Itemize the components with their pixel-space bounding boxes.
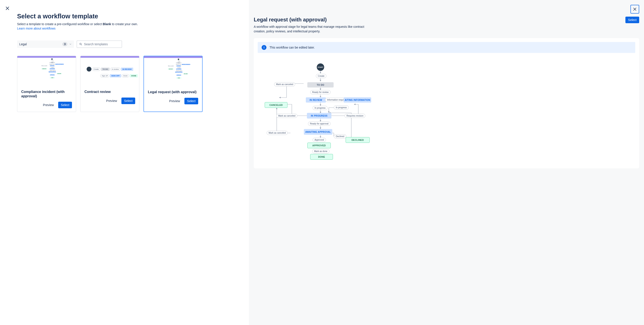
card-accent: [80, 56, 139, 58]
card-title: Legal request (with approval): [148, 90, 198, 95]
wf-mark-canceled-3: Mark as canceled: [267, 131, 288, 135]
learn-more-link[interactable]: Learn more about workflows: [17, 27, 56, 30]
wf-create: Create: [316, 74, 326, 78]
card-thumbnail: START Create TO DO AWAITING INFORMATION …: [144, 58, 202, 87]
page-subtitle: Select a template to create a pre-config…: [17, 22, 232, 26]
template-card[interactable]: Create TO DO In review IN REVIEW Sign of…: [80, 56, 139, 112]
card-thumbnail: START Create TO DO AWAITING INFORMATION …: [17, 58, 76, 86]
card-preview-button[interactable]: Preview: [40, 102, 56, 108]
svg-point-0: [80, 43, 81, 44]
wf-mark-canceled-2: Mark as canceled: [276, 114, 297, 118]
detail-select-button[interactable]: Select: [626, 16, 639, 23]
card-accent: [17, 56, 76, 58]
filter-label: Legal: [19, 42, 27, 46]
wf-requires-revision: Requires revision: [344, 114, 365, 118]
card-select-button[interactable]: Select: [184, 98, 198, 104]
page-title: Select a workflow template: [17, 13, 232, 20]
workflow-arrows: [258, 60, 635, 164]
card-thumbnail: Create TO DO In review IN REVIEW Sign of…: [80, 58, 139, 86]
close-detail-button[interactable]: [630, 5, 639, 14]
card-preview-button[interactable]: Preview: [104, 98, 120, 104]
wf-approved-pill: Approved: [312, 138, 326, 142]
wf-in-progress-pill-1: In progress: [312, 106, 328, 110]
template-card[interactable]: START Create TO DO AWAITING INFORMATION …: [144, 56, 202, 112]
close-icon: [632, 7, 637, 11]
search-input-wrapper[interactable]: [76, 40, 122, 48]
info-banner: i This workflow can be edited later.: [258, 42, 635, 53]
wf-declined: DECLINED: [346, 137, 370, 143]
wf-ready-review: Ready for review: [310, 90, 330, 94]
card-accent: [144, 56, 202, 58]
detail-description: A workflow with approval stage for legal…: [254, 24, 368, 34]
search-input[interactable]: [84, 42, 120, 46]
card-select-button[interactable]: Select: [58, 102, 72, 108]
wf-canceled: CANCELED: [265, 102, 288, 108]
wf-done: DONE: [310, 154, 333, 160]
wf-ready-approval: Ready for approval: [308, 122, 330, 126]
wf-awaiting-info: AITING INFORMATION: [344, 97, 371, 102]
wf-awaiting-approval: AWAITING APPROVAL: [304, 129, 332, 135]
workflow-diagram: START Create TO DO Mark as canceled Read…: [258, 60, 635, 164]
category-filter[interactable]: Legal 3: [17, 40, 74, 48]
wf-mark-canceled-1: Mark as canceled: [274, 82, 295, 86]
wf-in-progress: IN PROGRESS: [307, 113, 332, 118]
wf-in-progress-pill-2: In progress: [334, 106, 349, 110]
wf-todo: TO DO: [307, 82, 334, 88]
card-title: Compliance incident (with approval): [21, 90, 72, 99]
workflow-preview-panel: i This workflow can be edited later.: [254, 38, 639, 168]
info-text: This workflow can be edited later.: [270, 46, 315, 49]
card-title: Contract review: [84, 90, 135, 94]
wf-declined-pill: Declined: [334, 134, 346, 138]
wf-in-review: IN REVIEW: [306, 97, 326, 102]
wf-mark-done: Mark as done: [312, 149, 330, 153]
info-icon: i: [262, 45, 266, 50]
detail-title: Legal request (with approval): [254, 16, 326, 23]
search-icon: [79, 42, 82, 46]
chevron-down-icon: [69, 43, 72, 46]
card-select-button[interactable]: Select: [122, 98, 135, 104]
template-card[interactable]: START Create TO DO AWAITING INFORMATION …: [17, 56, 76, 112]
wf-start: START: [317, 64, 324, 71]
wf-approved: APPROVED: [307, 142, 331, 148]
filter-count-badge: 3: [62, 42, 68, 46]
card-preview-button[interactable]: Preview: [166, 98, 183, 104]
close-icon: [5, 6, 10, 11]
close-button[interactable]: [3, 4, 12, 13]
